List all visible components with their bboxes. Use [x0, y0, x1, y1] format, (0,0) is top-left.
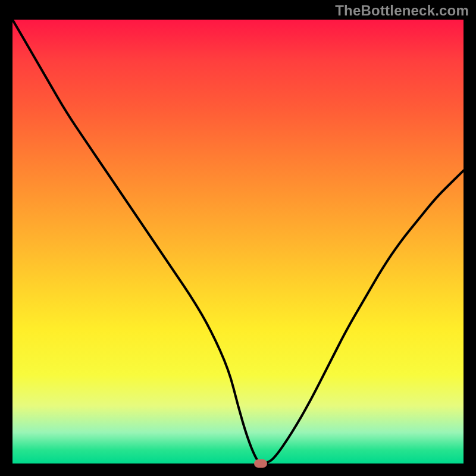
chart-frame: TheBottleneck.com — [0, 0, 476, 476]
plot-area — [12, 20, 464, 464]
minimum-marker — [254, 459, 267, 468]
bottleneck-curve — [12, 20, 464, 464]
attribution-text: TheBottleneck.com — [335, 2, 469, 19]
curve-path — [12, 20, 464, 464]
